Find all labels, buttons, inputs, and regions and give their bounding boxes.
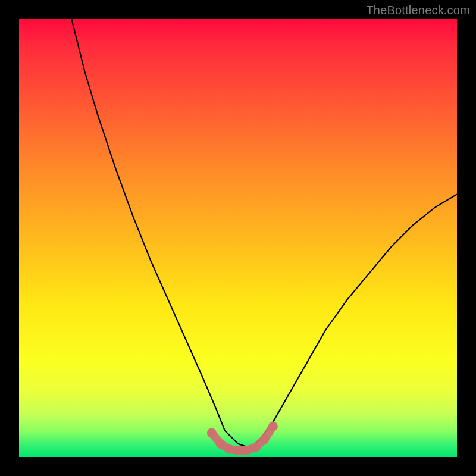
svg-point-7 <box>268 422 278 431</box>
svg-point-4 <box>242 446 252 455</box>
svg-point-6 <box>259 435 269 444</box>
svg-point-2 <box>224 444 234 454</box>
watermark-text: TheBottleneck.com <box>366 4 470 17</box>
svg-point-5 <box>250 443 260 452</box>
bottleneck-curve <box>71 19 457 448</box>
valley-marker <box>207 422 278 456</box>
plot-area <box>19 19 457 457</box>
svg-point-1 <box>216 439 226 449</box>
chart-frame: TheBottleneck.com <box>0 0 476 476</box>
svg-point-3 <box>233 446 243 455</box>
svg-point-0 <box>207 428 217 438</box>
chart-svg <box>19 19 457 457</box>
